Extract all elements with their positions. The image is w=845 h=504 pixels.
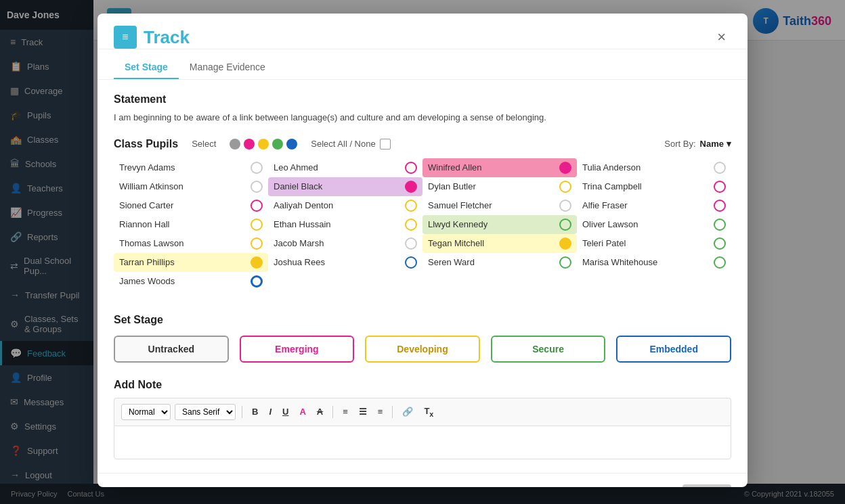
pupil-row-empty <box>268 272 422 291</box>
pupil-row-empty <box>577 291 731 298</box>
modal-close-button[interactable]: × <box>712 26 731 49</box>
stage-emerging-button[interactable]: Emerging <box>240 336 355 363</box>
clear-text-button[interactable]: Tx <box>420 404 437 420</box>
link-button[interactable]: 🔗 <box>399 405 416 419</box>
sort-by-label: Sort By: <box>664 139 695 149</box>
bold-button[interactable]: B <box>248 405 261 419</box>
pupil-row: Tegan Mitchell <box>422 234 577 253</box>
save-button[interactable]: Save <box>682 484 731 488</box>
pupil-row: Tarran Phillips <box>114 253 268 272</box>
stage-secure-button[interactable]: Secure <box>491 336 606 363</box>
stage-developing-button[interactable]: Developing <box>365 336 480 363</box>
pupil-radio[interactable] <box>405 181 417 193</box>
pupil-name: Alfie Fraser <box>582 200 714 210</box>
dot-blue[interactable] <box>286 139 297 150</box>
pupil-row: Samuel Fletcher <box>422 196 577 215</box>
pupil-row: James Woods <box>114 272 268 291</box>
pupil-row: Tulia Anderson <box>577 158 731 177</box>
pupil-radio[interactable] <box>405 200 417 212</box>
pupil-row-empty <box>114 291 268 298</box>
pupil-name: Marisa Whitehouse <box>582 257 714 267</box>
stage-buttons: Untracked Emerging Developing Secure Emb… <box>114 336 731 363</box>
pupil-radio[interactable] <box>559 181 571 193</box>
modal-title-row: ≡ Track <box>114 26 190 49</box>
pupil-radio[interactable] <box>559 237 571 250</box>
indent-button[interactable]: ≡ <box>374 405 387 419</box>
modal-header: ≡ Track × <box>98 14 748 49</box>
statement-text: I am beginning to be aware of a link bet… <box>114 111 731 124</box>
stage-untracked-button[interactable]: Untracked <box>114 336 229 363</box>
pupil-row: Trevyn Adams <box>114 158 268 177</box>
pupil-radio[interactable] <box>714 219 726 231</box>
cancel-button[interactable]: Cancel <box>643 484 674 488</box>
pupil-name: Dylan Butler <box>428 181 559 191</box>
pupil-radio[interactable] <box>559 162 571 174</box>
pupil-radio[interactable] <box>251 256 263 269</box>
italic-button[interactable]: I <box>265 405 275 419</box>
editor-area[interactable] <box>114 426 731 459</box>
pupil-name: Samuel Fletcher <box>428 200 559 210</box>
modal-icon: ≡ <box>114 26 137 49</box>
pupil-name: Aaliyah Denton <box>274 200 405 210</box>
pupil-radio[interactable] <box>405 219 417 231</box>
stage-embedded-button[interactable]: Embedded <box>616 336 731 363</box>
underline-button[interactable]: U <box>279 405 292 419</box>
dot-yellow[interactable] <box>258 139 269 150</box>
ordered-list-button[interactable]: ≡ <box>339 405 351 419</box>
toolbar-divider <box>242 406 242 418</box>
pupil-radio[interactable] <box>251 162 263 174</box>
toolbar-divider <box>332 406 333 418</box>
pupil-radio[interactable] <box>251 200 263 212</box>
dot-grey[interactable] <box>230 139 240 150</box>
pupil-name: William Atkinson <box>119 181 251 191</box>
pupil-radio[interactable] <box>714 162 726 174</box>
pupil-radio[interactable] <box>559 256 571 269</box>
pupil-radio[interactable] <box>714 181 726 193</box>
pupil-row: Teleri Patel <box>577 234 731 253</box>
style-select[interactable]: Normal <box>121 404 171 420</box>
pupil-name: Ethan Hussain <box>274 219 405 229</box>
pupil-radio[interactable] <box>251 237 263 250</box>
pupil-row: Dylan Butler <box>422 177 577 196</box>
tab-manage-evidence[interactable]: Manage Evidence <box>179 56 276 79</box>
pupil-row: Marisa Whitehouse <box>577 253 731 272</box>
modal-footer: Cancel Save <box>98 473 748 488</box>
pupil-row: Jacob Marsh <box>268 234 422 253</box>
pupil-name: Tegan Mitchell <box>428 238 559 248</box>
pupil-radio[interactable] <box>405 237 417 250</box>
dot-green[interactable] <box>272 139 283 150</box>
select-all-checkbox[interactable] <box>380 139 391 150</box>
pupil-radio[interactable] <box>714 256 726 269</box>
pupil-radio[interactable] <box>405 162 417 174</box>
font-color-button[interactable]: A <box>296 405 309 419</box>
pupil-row-empty <box>577 272 731 291</box>
pupil-radio[interactable] <box>559 219 571 231</box>
pupil-radio[interactable] <box>714 200 726 212</box>
select-all-area: Select All / None <box>311 139 390 150</box>
pupil-name: Leo Ahmed <box>274 162 405 173</box>
pupil-row: Alfie Fraser <box>577 196 731 215</box>
pupil-radio[interactable] <box>405 256 417 269</box>
pupil-name: Winifred Allen <box>428 162 559 173</box>
clear-format-button[interactable]: A <box>313 405 326 419</box>
color-dots <box>230 139 297 150</box>
pupil-row-empty <box>422 272 577 291</box>
unordered-list-button[interactable]: ☰ <box>355 405 370 419</box>
pupil-name: Sioned Carter <box>119 200 251 210</box>
pupil-row: Ethan Hussain <box>268 215 422 234</box>
sort-dropdown[interactable]: Name ▾ <box>700 139 731 149</box>
pupil-row: Riannon Hall <box>114 215 268 234</box>
tab-set-stage[interactable]: Set Stage <box>114 56 179 79</box>
pupils-grid: Trevyn Adams Leo Ahmed Winifred Allen Tu… <box>114 158 731 298</box>
pupil-radio[interactable] <box>251 219 263 231</box>
pupil-radio[interactable] <box>714 237 726 250</box>
pupil-radio[interactable] <box>251 275 263 288</box>
pupil-radio[interactable] <box>559 200 571 212</box>
pupil-row-empty <box>422 291 577 298</box>
font-select[interactable]: Sans Serif <box>175 404 236 420</box>
modal-overlay: ≡ Track × Set Stage Manage Evidence Stat… <box>0 0 845 504</box>
toolbar-divider <box>392 406 393 418</box>
add-note-title: Add Note <box>114 379 731 391</box>
pupil-radio[interactable] <box>251 181 263 193</box>
dot-pink[interactable] <box>244 139 255 150</box>
